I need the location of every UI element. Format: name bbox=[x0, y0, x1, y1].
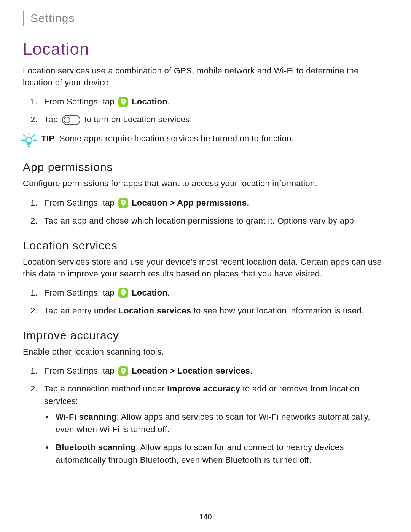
step-item: Tap a connection method under Improve ac… bbox=[23, 382, 382, 466]
svg-point-4 bbox=[122, 369, 124, 371]
steps-list: From Settings, tap Location > Location s… bbox=[23, 364, 382, 466]
section-title: Location bbox=[23, 40, 382, 59]
toggle-off-icon bbox=[62, 115, 80, 125]
step-bold: Location > App permissions bbox=[132, 198, 247, 208]
header-divider bbox=[23, 11, 24, 26]
steps-list: From Settings, tap Location. Tap an entr… bbox=[23, 286, 382, 317]
subsection-title: App permissions bbox=[23, 161, 382, 174]
step-item: From Settings, tap Location > App permis… bbox=[23, 197, 382, 209]
lightbulb-icon bbox=[21, 131, 37, 149]
location-icon bbox=[118, 97, 128, 107]
intro-paragraph: Location services use a combination of G… bbox=[23, 65, 382, 88]
step-text: From Settings, tap bbox=[44, 366, 117, 375]
svg-point-0 bbox=[122, 100, 124, 102]
subsection-title: Location services bbox=[23, 239, 382, 252]
page-number: 140 bbox=[0, 513, 411, 521]
step-text: Tap bbox=[44, 115, 61, 124]
bullet-label: Bluetooth scanning bbox=[56, 443, 136, 452]
location-icon bbox=[118, 198, 128, 208]
step-item: Tap an entry under Location services to … bbox=[23, 304, 382, 317]
step-item: From Settings, tap Location. bbox=[23, 95, 382, 108]
step-bold: Location > Location services bbox=[132, 366, 250, 375]
step-text: From Settings, tap bbox=[44, 288, 117, 297]
page-header: Settings bbox=[23, 11, 382, 26]
step-bold: Location bbox=[132, 97, 167, 106]
svg-point-2 bbox=[122, 201, 124, 203]
tip-content: TIP Some apps require location services … bbox=[41, 133, 294, 145]
step-bold: Location services bbox=[118, 306, 191, 315]
step-text: to see how your location information is … bbox=[191, 306, 364, 315]
step-text: . bbox=[167, 97, 170, 106]
svg-point-3 bbox=[122, 291, 124, 293]
bullet-list: Wi-Fi scanning: Allow apps and services … bbox=[44, 411, 382, 466]
step-text: to turn on Location services. bbox=[84, 115, 192, 124]
body-paragraph: Configure permissions for apps that want… bbox=[23, 177, 382, 189]
step-item: From Settings, tap Location. bbox=[23, 286, 382, 299]
location-icon bbox=[118, 366, 128, 376]
bullet-label: Wi-Fi scanning bbox=[56, 412, 116, 422]
step-bold: Improve accuracy bbox=[167, 384, 240, 393]
svg-point-1 bbox=[26, 137, 32, 143]
list-item: Bluetooth scanning: Allow apps to scan f… bbox=[44, 441, 382, 466]
step-text: . bbox=[250, 366, 252, 375]
subsection-title: Improve accuracy bbox=[23, 329, 382, 342]
header-title: Settings bbox=[30, 12, 75, 25]
step-item: Tap to turn on Location services. bbox=[23, 113, 382, 126]
step-text: . bbox=[167, 288, 170, 297]
tip-callout: TIP Some apps require location services … bbox=[21, 133, 382, 149]
step-text: Tap an entry under bbox=[44, 306, 118, 315]
location-icon bbox=[118, 288, 128, 298]
manual-page: Settings Location Location services use … bbox=[0, 0, 411, 532]
steps-list: From Settings, tap Location. Tap to turn… bbox=[23, 95, 382, 126]
tip-label: TIP bbox=[41, 134, 54, 143]
tip-body: Some apps require location services be t… bbox=[59, 134, 294, 143]
step-item: Tap an app and chose which location perm… bbox=[23, 214, 382, 227]
step-bold: Location bbox=[132, 288, 167, 297]
step-item: From Settings, tap Location > Location s… bbox=[23, 364, 382, 377]
list-item: Wi-Fi scanning: Allow apps and services … bbox=[44, 411, 382, 436]
body-paragraph: Location services store and use your dev… bbox=[23, 256, 382, 280]
body-paragraph: Enable other location scanning tools. bbox=[23, 346, 382, 358]
step-text: . bbox=[247, 198, 249, 208]
steps-list: From Settings, tap Location > App permis… bbox=[23, 197, 382, 227]
step-text: From Settings, tap bbox=[44, 198, 117, 208]
step-text: From Settings, tap bbox=[44, 97, 117, 106]
step-text: Tap a connection method under bbox=[44, 384, 167, 393]
